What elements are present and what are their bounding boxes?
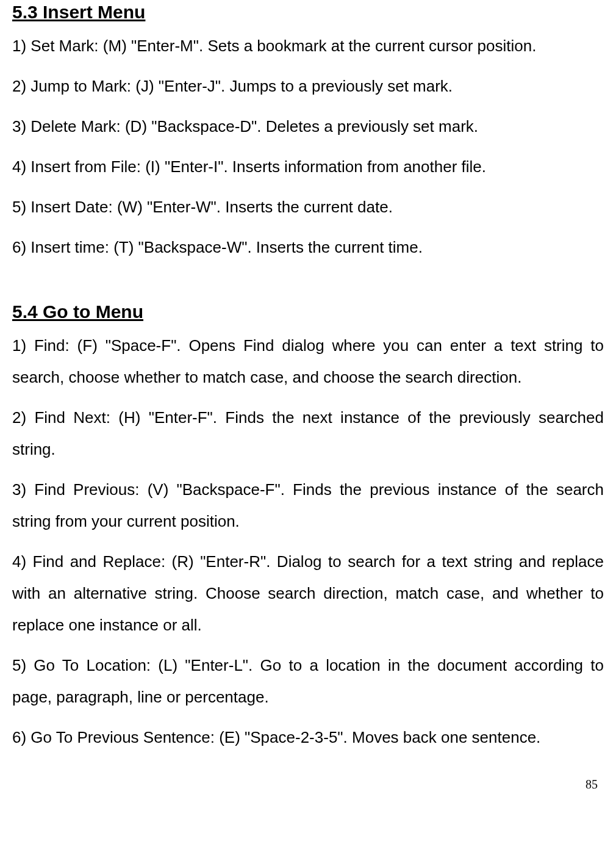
list-item: 3) Delete Mark: (D) "Backspace-D". Delet… [12,110,604,142]
list-item: 1) Find: (F) "Space-F". Opens Find dialo… [12,330,604,393]
list-item: 2) Jump to Mark: (J) "Enter-J". Jumps to… [12,70,604,102]
list-item: 2) Find Next: (H) "Enter-F". Finds the n… [12,402,604,465]
list-item: 5) Insert Date: (W) "Enter-W". Inserts t… [12,191,604,223]
section-heading-5-3: 5.3 Insert Menu [12,0,604,24]
page-number: 85 [12,778,604,792]
list-item: 6) Go To Previous Sentence: (E) "Space-2… [12,721,604,753]
document-page: 5.3 Insert Menu 1) Set Mark: (M) "Enter-… [0,0,616,804]
list-item: 6) Insert time: (T) "Backspace-W". Inser… [12,231,604,263]
list-item: 4) Insert from File: (I) "Enter-I". Inse… [12,151,604,182]
list-item: 1) Set Mark: (M) "Enter-M". Sets a bookm… [12,30,604,62]
section-heading-5-4: 5.4 Go to Menu [12,300,604,323]
list-item: 4) Find and Replace: (R) "Enter-R". Dial… [12,546,604,641]
list-item: 3) Find Previous: (V) "Backspace-F". Fin… [12,474,604,537]
list-item: 5) Go To Location: (L) "Enter-L". Go to … [12,649,604,713]
